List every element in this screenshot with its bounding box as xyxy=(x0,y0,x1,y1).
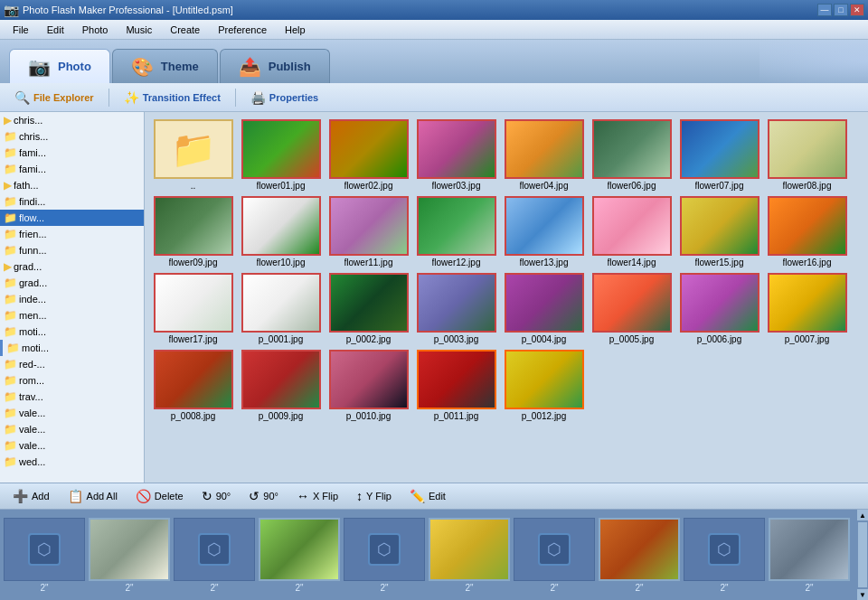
sidebar-item[interactable]: 📁 rom... xyxy=(0,372,144,389)
tab-publish[interactable]: 📤 Publish xyxy=(220,49,330,83)
filmstrip-item[interactable]: ⬡ 2" xyxy=(174,518,255,593)
toolbar-transition[interactable]: ✨ Transition Effect xyxy=(117,89,228,107)
photo-cell[interactable]: p_0009.jpg xyxy=(238,348,324,423)
add-button[interactable]: ➕ Add xyxy=(7,487,55,505)
photo-cell[interactable]: flower12.jpg xyxy=(413,194,499,269)
sidebar-item[interactable]: 📁 trav... xyxy=(0,389,144,405)
filmstrip-item[interactable]: 2" xyxy=(429,518,510,593)
filmstrip-item[interactable]: ⬡ 2" xyxy=(514,518,595,593)
photo-cell[interactable]: flower01.jpg xyxy=(238,117,324,192)
photo-cell[interactable]: p_0001.jpg xyxy=(238,271,324,346)
maximize-button[interactable]: □ xyxy=(834,4,848,16)
menu-file[interactable]: File xyxy=(4,23,38,37)
filmstrip-item[interactable]: 2" xyxy=(259,518,340,593)
photo-cell[interactable]: flower06.jpg xyxy=(589,117,675,192)
sidebar-item[interactable]: 📁 men... xyxy=(0,307,144,323)
sidebar-item[interactable]: 📁 chris... xyxy=(0,128,144,145)
add-all-button[interactable]: 📋 Add All xyxy=(62,487,123,505)
sidebar-item[interactable]: ▶ grad... xyxy=(0,258,144,275)
filmstrip-vertical-scrollbar[interactable]: ▲ ▼ xyxy=(857,510,868,600)
titlebar-controls[interactable]: — □ ✕ xyxy=(817,4,864,16)
menu-photo[interactable]: Photo xyxy=(73,23,118,37)
sidebar-item[interactable]: 📁 wed... xyxy=(0,454,144,470)
rotate-ccw-button[interactable]: ↺ 90° xyxy=(243,487,284,505)
tab-photo[interactable]: 📷 Photo xyxy=(9,49,110,83)
filmstrip-item[interactable]: 2" xyxy=(769,518,850,593)
sidebar-item[interactable]: 📁 vale... xyxy=(0,405,144,421)
filmstrip-item[interactable]: ⬡ 2" xyxy=(684,518,765,593)
sidebar-item[interactable]: 📁 findi... xyxy=(0,193,144,210)
filmstrip-item[interactable]: 2" xyxy=(599,518,680,593)
photo-cell[interactable]: flower11.jpg xyxy=(326,194,411,269)
photo-cell[interactable]: p_0002.jpg xyxy=(326,271,411,346)
photo-cell-folder[interactable]: 📁 .. xyxy=(150,117,236,192)
menu-create[interactable]: Create xyxy=(161,23,209,37)
scroll-down-arrow[interactable]: ▼ xyxy=(857,589,868,600)
delete-button[interactable]: 🚫 Delete xyxy=(130,487,189,505)
menu-help[interactable]: Help xyxy=(276,23,315,37)
flip-x-button[interactable]: ↔ X Flip xyxy=(291,487,344,505)
sidebar-item[interactable]: 📁 moti... xyxy=(0,340,144,356)
photo-cell[interactable]: flower10.jpg xyxy=(238,194,324,269)
photo-name: p_0007.jpg xyxy=(785,334,830,344)
sidebar-item[interactable]: 📁 funn... xyxy=(0,242,144,258)
toolbar-properties[interactable]: 🖨️ Properties xyxy=(243,89,326,107)
photo-cell[interactable]: p_0011.jpg xyxy=(413,348,499,423)
photo-cell[interactable]: flower15.jpg xyxy=(676,194,762,269)
scroll-up-arrow[interactable]: ▲ xyxy=(857,510,868,520)
filmstrip-item[interactable]: ⬡ 2" xyxy=(4,518,85,593)
photo-cell[interactable]: flower17.jpg xyxy=(150,271,236,346)
filmstrip-thumb: ⬡ xyxy=(344,518,425,581)
menu-preference[interactable]: Preference xyxy=(209,23,276,37)
photo-cell[interactable]: flower14.jpg xyxy=(589,194,675,269)
photo-cell[interactable]: flower13.jpg xyxy=(501,194,587,269)
sidebar-item[interactable]: ▶ chris... xyxy=(0,112,144,128)
flip-y-button[interactable]: ↕ Y Flip xyxy=(351,487,397,505)
sidebar-item[interactable]: 📁 fami... xyxy=(0,145,144,161)
rotate-cw-button[interactable]: ↻ 90° xyxy=(196,487,237,505)
sidebar-item[interactable]: 📁 vale... xyxy=(0,437,144,454)
menu-music[interactable]: Music xyxy=(117,23,161,37)
close-button[interactable]: ✕ xyxy=(850,4,864,16)
sidebar-item-label: fami... xyxy=(19,147,46,158)
photo-cell[interactable]: flower09.jpg xyxy=(150,194,236,269)
filmstrip-placeholder-icon: ⬡ xyxy=(708,533,741,566)
sidebar-item-label: grad... xyxy=(19,277,47,288)
sidebar-item-flowers[interactable]: 📁 flow... xyxy=(0,210,144,226)
photo-thumb xyxy=(505,196,584,256)
sidebar-item[interactable]: 📁 fami... xyxy=(0,161,144,177)
sidebar-item[interactable]: 📁 inde... xyxy=(0,291,144,307)
filmstrip-container[interactable]: ⬡ 2" 2" ⬡ 2" 2" ⬡ 2" xyxy=(0,510,868,600)
photo-cell[interactable]: flower03.jpg xyxy=(413,117,499,192)
photo-cell[interactable]: flower02.jpg xyxy=(326,117,411,192)
photo-cell[interactable]: flower04.jpg xyxy=(501,117,587,192)
photo-cell[interactable]: flower07.jpg xyxy=(676,117,762,192)
photo-cell[interactable]: p_0003.jpg xyxy=(413,271,499,346)
photo-cell[interactable]: p_0006.jpg xyxy=(676,271,762,346)
sidebar-item[interactable]: 📁 grad... xyxy=(0,275,144,291)
filmstrip-item[interactable]: 2" xyxy=(89,518,170,593)
filmstrip-label: 2" xyxy=(550,583,558,593)
sidebar-item[interactable]: ▶ fath... xyxy=(0,177,144,193)
photo-cell[interactable]: p_0004.jpg xyxy=(501,271,587,346)
sidebar-item[interactable]: 📁 vale... xyxy=(0,421,144,437)
sidebar-item[interactable]: 📁 frien... xyxy=(0,226,144,242)
photo-cell[interactable]: p_0007.jpg xyxy=(764,271,850,346)
photo-cell[interactable]: flower08.jpg xyxy=(764,117,850,192)
sidebar[interactable]: ▶ chris... 📁 chris... 📁 fami... 📁 fami..… xyxy=(0,112,145,483)
sidebar-item[interactable]: 📁 red-... xyxy=(0,356,144,372)
edit-button[interactable]: ✏️ Edit xyxy=(404,487,451,505)
toolbar-file-explorer[interactable]: 🔍 File Explorer xyxy=(7,89,101,107)
scroll-thumb[interactable] xyxy=(858,522,867,587)
photo-cell[interactable]: p_0008.jpg xyxy=(150,348,236,423)
photo-cell[interactable]: p_0012.jpg xyxy=(501,348,587,423)
minimize-button[interactable]: — xyxy=(817,4,832,16)
tab-theme[interactable]: 🎨 Theme xyxy=(112,49,218,83)
sidebar-item[interactable]: 📁 moti... xyxy=(0,323,144,340)
filmstrip-item[interactable]: ⬡ 2" xyxy=(344,518,425,593)
photo-cell[interactable]: flower16.jpg xyxy=(764,194,850,269)
photo-grid-container[interactable]: 📁 .. flower01.jpg flower02.jpg flower03.… xyxy=(145,112,868,483)
menu-edit[interactable]: Edit xyxy=(38,23,73,37)
photo-cell[interactable]: p_0005.jpg xyxy=(589,271,675,346)
photo-cell[interactable]: p_0010.jpg xyxy=(326,348,411,423)
